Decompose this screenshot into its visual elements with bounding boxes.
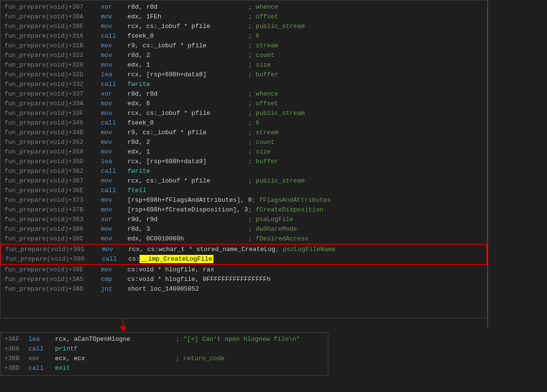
operand: rcx, cs:_iobuf * pfile bbox=[127, 22, 248, 31]
address-label: fun_prepare(void)+362 bbox=[4, 167, 101, 176]
mnemonic: mov bbox=[101, 234, 127, 244]
mnemonic: xor bbox=[28, 354, 55, 364]
mnemonic: call bbox=[101, 118, 127, 128]
operand: fseek_0 bbox=[127, 118, 248, 128]
offset-label: +3B6 bbox=[4, 344, 28, 354]
address-label: fun_prepare(void)+332 bbox=[4, 80, 101, 89]
operand: fwrite bbox=[127, 167, 248, 176]
table-row: +3B6callprintf bbox=[0, 344, 328, 354]
comment: ; return_code bbox=[176, 354, 224, 364]
operand: r8d, 2 bbox=[127, 51, 248, 60]
operand: printf bbox=[55, 344, 176, 354]
mnemonic: xor bbox=[101, 215, 127, 224]
table-row: +3BBxorecx, ecx ; return_code bbox=[0, 354, 328, 364]
table-row: fun_prepare(void)+3A5cmpcs:void * hlogfi… bbox=[0, 275, 487, 284]
address-label: fun_prepare(void)+391 bbox=[5, 245, 102, 254]
operand: edx, 6 bbox=[127, 99, 248, 109]
operand: edx, 1 bbox=[127, 147, 248, 157]
table-row: fun_prepare(void)+362callfwrite bbox=[0, 167, 487, 176]
operand: edx, 0C0010000h bbox=[127, 234, 248, 244]
comment: ; count bbox=[248, 138, 275, 147]
mnemonic: mov bbox=[101, 196, 127, 205]
mnemonic: call bbox=[28, 344, 55, 354]
address-label: fun_prepare(void)+3AD bbox=[4, 284, 101, 294]
operand: [rsp+698h+fFlagsAndAttributes], 0 bbox=[127, 196, 252, 205]
comment: ; public_stream bbox=[248, 22, 305, 31]
comment: ; 6 bbox=[248, 118, 259, 128]
comment: ; offset bbox=[248, 12, 278, 22]
table-row: fun_prepare(void)+398callcs:__imp_Create… bbox=[0, 254, 487, 265]
mnemonic: mov bbox=[101, 51, 127, 60]
offset-label: +3AF bbox=[4, 335, 28, 344]
table-row: fun_prepare(void)+33Amovedx, 6 ; offset bbox=[0, 99, 487, 109]
mnemonic: mov bbox=[101, 176, 127, 186]
mnemonic: call bbox=[101, 167, 127, 176]
comment: ; stream bbox=[248, 41, 278, 51]
mnemonic: mov bbox=[101, 12, 127, 22]
address-label: fun_prepare(void)+358 bbox=[4, 147, 101, 157]
table-row: fun_prepare(void)+34Bmovr9, cs:_iobuf * … bbox=[0, 128, 487, 138]
comment: ; buffer bbox=[248, 157, 278, 167]
mnemonic: jnz bbox=[101, 284, 127, 294]
address-label: fun_prepare(void)+34B bbox=[4, 128, 101, 138]
mnemonic: mov bbox=[101, 265, 127, 275]
right-border-line bbox=[487, 0, 488, 328]
table-row: fun_prepare(void)+32Dlearcx, [rsp+698h+d… bbox=[0, 70, 487, 80]
table-row: fun_prepare(void)+38Cmovedx, 0C0010000h … bbox=[0, 234, 487, 244]
operand: rcx, cs:_iobuf * pfile bbox=[127, 176, 248, 186]
address-label: fun_prepare(void)+33F bbox=[4, 109, 101, 118]
comment: ; fDesiredAccess bbox=[248, 234, 309, 244]
mnemonic: mov bbox=[101, 128, 127, 138]
comment: ; whence bbox=[248, 89, 278, 99]
address-label: fun_prepare(void)+352 bbox=[4, 138, 101, 147]
comment: ; whence bbox=[248, 2, 278, 12]
operand: r8d, r8d bbox=[127, 2, 248, 12]
table-row: fun_prepare(void)+30Amovedx, 1FEh ; offs… bbox=[0, 12, 487, 22]
mnemonic: mov bbox=[101, 224, 127, 234]
table-row: fun_prepare(void)+37Bmov[rsp+698h+fCreat… bbox=[0, 205, 487, 215]
comment: ; size bbox=[248, 147, 271, 157]
mnemonic: mov bbox=[101, 22, 127, 31]
code-area: fun_prepare(void)+307xorr8d, r8d ; whenc… bbox=[0, 0, 487, 296]
mnemonic: lea bbox=[101, 70, 127, 80]
mnemonic: mov bbox=[101, 147, 127, 157]
comment: ; public_stream bbox=[248, 176, 305, 186]
comment: ; pszLogFileName bbox=[275, 245, 336, 254]
table-row: fun_prepare(void)+33Fmovrcx, cs:_iobuf *… bbox=[0, 109, 487, 118]
operand: cs:__imp_CreateLogFile bbox=[128, 254, 249, 264]
address-label: fun_prepare(void)+30A bbox=[4, 12, 101, 22]
table-row: fun_prepare(void)+346callfseek_0 ; 6 bbox=[0, 118, 487, 128]
address-label: fun_prepare(void)+346 bbox=[4, 118, 101, 128]
address-label: fun_prepare(void)+38C bbox=[4, 234, 101, 244]
address-label: fun_prepare(void)+37B bbox=[4, 205, 101, 215]
operand: rcx, [rsp+698h+data9] bbox=[127, 157, 248, 167]
operand: rcx, cs:_iobuf * pfile bbox=[127, 109, 248, 118]
table-row: fun_prepare(void)+30Fmovrcx, cs:_iobuf *… bbox=[0, 22, 487, 31]
operand: [rsp+698h+fCreateDisposition], 3 bbox=[127, 205, 248, 215]
table-row: fun_prepare(void)+367movrcx, cs:_iobuf *… bbox=[0, 176, 487, 186]
mnemonic: xor bbox=[101, 2, 127, 12]
operand: cs:void * hlogfile, 0FFFFFFFFFFFFFFFFh bbox=[127, 275, 270, 284]
operand: rcx, cs:wchar_t * stored_name_CreateLog bbox=[128, 245, 275, 254]
operand: fwrite bbox=[127, 80, 248, 89]
table-row: fun_prepare(void)+358movedx, 1 ; size bbox=[0, 147, 487, 157]
table-row: fun_prepare(void)+307xorr8d, r8d ; whenc… bbox=[0, 2, 487, 12]
mnemonic: mov bbox=[102, 245, 128, 254]
operand: r9d, r9d bbox=[127, 215, 248, 224]
address-label: fun_prepare(void)+307 bbox=[4, 2, 101, 12]
table-row: fun_prepare(void)+391movrcx, cs:wchar_t … bbox=[0, 244, 487, 254]
operand: cs:void * hlogfile, rax bbox=[127, 265, 248, 275]
comment: ; stream bbox=[248, 128, 278, 138]
address-label: fun_prepare(void)+337 bbox=[4, 89, 101, 99]
address-label: fun_prepare(void)+367 bbox=[4, 176, 101, 186]
table-row: +3BDcallexit bbox=[0, 364, 328, 373]
address-label: fun_prepare(void)+33A bbox=[4, 99, 101, 109]
operand: r9, cs:_iobuf * pfile bbox=[127, 128, 248, 138]
address-label: fun_prepare(void)+398 bbox=[5, 254, 102, 264]
table-row: fun_prepare(void)+3ADjnzshort loc_140005… bbox=[0, 284, 487, 294]
table-row: fun_prepare(void)+31Bmovr9, cs:_iobuf * … bbox=[0, 41, 487, 51]
comment: ; psaLogFile bbox=[248, 215, 294, 224]
offset-label: +3BD bbox=[4, 364, 28, 373]
mnemonic: call bbox=[101, 31, 127, 41]
address-label: fun_prepare(void)+3A5 bbox=[4, 275, 101, 284]
